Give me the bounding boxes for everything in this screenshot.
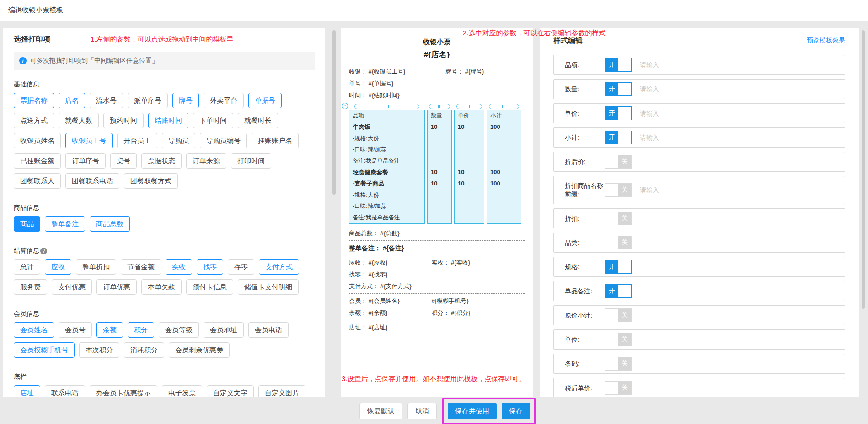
column-drag-pill-icon[interactable] — [429, 104, 450, 109]
cancel-button[interactable]: 取消 — [407, 403, 437, 419]
print-item-tag[interactable]: 团餐取餐方式 — [124, 173, 178, 189]
print-item-tag[interactable]: 余额 — [96, 322, 123, 338]
receipt-store-name[interactable]: #{店名} — [349, 49, 525, 60]
style-prefix-input[interactable] — [639, 85, 776, 93]
print-item-tag[interactable]: 电子发票 — [162, 385, 202, 397]
print-item-tag[interactable]: 积分 — [128, 322, 154, 338]
save-and-use-button[interactable]: 保存并使用 — [448, 403, 497, 419]
style-toggle[interactable]: 开 — [605, 58, 632, 72]
style-toggle[interactable]: 关 — [605, 155, 632, 169]
column-drag-pill-icon[interactable] — [456, 104, 482, 109]
print-item-tag[interactable]: 店址 — [14, 385, 40, 397]
print-item-tag[interactable]: 导购员编号 — [200, 133, 247, 148]
print-item-tag[interactable]: 派单序号 — [128, 93, 168, 108]
print-item-tag[interactable]: 单据号 — [248, 93, 282, 108]
receipt-column[interactable]: 品项牛肉饭-规格:大份-口味:辣/加蒜备注:我是单品备注轻食健康套餐-套餐子商品… — [349, 110, 425, 224]
print-item-tag[interactable]: 会员等级 — [159, 322, 199, 338]
right-scrollbar-thumb[interactable] — [862, 30, 865, 309]
receipt-line[interactable]: 找零： #{找零} — [349, 269, 525, 281]
help-icon[interactable]: ? — [40, 248, 47, 254]
style-toggle[interactable]: 开 — [605, 260, 632, 274]
receipt-line[interactable]: 整单备注： #{备注} — [349, 242, 525, 254]
print-item-tag[interactable]: 存零 — [228, 259, 254, 275]
style-toggle[interactable]: 关 — [605, 381, 632, 395]
receipt-line[interactable]: 余额： #{余额}积分： #{积分} — [349, 307, 525, 319]
print-item-tag[interactable]: 找零 — [197, 259, 223, 275]
print-item-tag[interactable]: 本单欠款 — [141, 279, 182, 295]
drag-handle-icon[interactable]: ⁘ — [342, 103, 348, 109]
print-item-tag[interactable]: 打印时间 — [231, 153, 271, 169]
print-item-tag[interactable]: 订单序号 — [65, 153, 106, 169]
print-item-tag[interactable]: 商品 — [14, 216, 40, 232]
print-item-tag[interactable]: 已挂账金额 — [14, 153, 61, 169]
print-item-tag[interactable]: 收银员工号 — [65, 133, 113, 148]
receipt-column[interactable]: 数量101010 — [427, 110, 452, 224]
print-item-tag[interactable]: 票据状态 — [141, 153, 182, 169]
print-item-tag[interactable]: 会员姓名 — [14, 322, 54, 338]
print-item-tag[interactable]: 会员模糊手机号 — [14, 342, 75, 358]
print-item-tag[interactable]: 办会员卡优惠提示 — [90, 385, 157, 397]
print-item-tag[interactable]: 联系电话 — [45, 385, 85, 397]
style-toggle[interactable]: 关 — [605, 357, 632, 371]
print-item-tag[interactable]: 收银员姓名 — [14, 133, 61, 148]
column-drag-pill-icon[interactable] — [489, 104, 519, 109]
receipt-column[interactable]: 单价101010 — [454, 110, 484, 224]
print-item-tag[interactable]: 流水号 — [90, 93, 123, 108]
print-item-tag[interactable]: 点送方式 — [14, 113, 54, 128]
print-item-tag[interactable]: 应收 — [45, 259, 71, 275]
print-item-tag[interactable]: 导购员 — [162, 133, 195, 148]
print-item-tag[interactable]: 总计 — [14, 259, 40, 275]
print-item-tag[interactable]: 节省金额 — [121, 259, 161, 275]
print-item-tag[interactable]: 桌号 — [110, 153, 137, 169]
print-item-tag[interactable]: 牌号 — [172, 93, 199, 108]
print-item-tag[interactable]: 票据名称 — [14, 93, 54, 108]
print-item-tag[interactable]: 下单时间 — [193, 113, 233, 128]
style-toggle[interactable]: 关 — [605, 236, 632, 249]
print-item-tag[interactable]: 支付方式 — [259, 259, 299, 275]
style-toggle[interactable]: 开 — [605, 106, 632, 120]
print-item-tag[interactable]: 实收 — [166, 259, 192, 275]
style-toggle[interactable]: 开 — [605, 82, 632, 96]
print-item-tag[interactable]: 会员剩余优惠券 — [169, 342, 230, 358]
restore-default-button[interactable]: 恢复默认 — [359, 403, 402, 419]
print-item-tag[interactable]: 团餐联系电话 — [65, 173, 119, 189]
style-toggle[interactable]: 关 — [605, 212, 632, 225]
receipt-line[interactable]: 收银： #{收银员工号}牌号： #{牌号} — [349, 66, 525, 78]
print-item-tag[interactable]: 会员地址 — [204, 322, 244, 338]
receipt-line[interactable]: 时间： #{结账时间} — [349, 90, 525, 101]
receipt-line[interactable]: 支付方式： #{支付方式} — [349, 281, 525, 292]
style-toggle[interactable]: 关 — [605, 333, 632, 346]
preview-template-link[interactable]: 预览模板效果 — [807, 37, 845, 45]
print-item-tag[interactable]: 开台员工 — [117, 133, 157, 148]
receipt-column[interactable]: 小计100100100 — [487, 110, 521, 224]
print-item-tag[interactable]: 挂账账户名 — [252, 133, 299, 148]
receipt-line[interactable]: 商品总数： #{总数} — [349, 228, 525, 239]
print-item-tag[interactable]: 商品总数 — [90, 216, 130, 232]
column-drag-pill-icon[interactable] — [354, 104, 420, 109]
print-item-tag[interactable]: 储值卡支付明细 — [238, 279, 299, 295]
receipt-line[interactable]: 应收： #{应收}实收： #{实收} — [349, 257, 525, 269]
print-item-tag[interactable]: 就餐时长 — [238, 113, 278, 128]
print-item-tag[interactable]: 自定义文字 — [207, 385, 254, 397]
print-item-tag[interactable]: 店名 — [59, 93, 85, 108]
print-item-tag[interactable]: 整单备注 — [45, 216, 85, 232]
print-item-tag[interactable]: 预付卡信息 — [186, 279, 233, 295]
receipt-line[interactable]: 店址： #{店址} — [349, 322, 525, 334]
style-prefix-input[interactable] — [639, 133, 776, 142]
style-toggle[interactable]: 开 — [605, 131, 632, 144]
print-item-tag[interactable]: 预约时间 — [103, 113, 144, 128]
print-item-tag[interactable]: 消耗积分 — [124, 342, 164, 358]
print-item-tag[interactable]: 服务费 — [14, 279, 47, 295]
left-scrollbar-thumb[interactable] — [332, 30, 336, 195]
print-item-tag[interactable]: 就餐人数 — [59, 113, 99, 128]
print-item-tag[interactable]: 会员号 — [59, 322, 92, 338]
print-item-tag[interactable]: 整单折扣 — [76, 259, 116, 275]
print-item-tag[interactable]: 会员电话 — [248, 322, 289, 338]
receipt-line[interactable]: 会员： #{会员姓名}#{模糊手机号} — [349, 295, 525, 307]
print-item-tag[interactable]: 团餐联系人 — [14, 173, 61, 189]
save-button[interactable]: 保存 — [502, 403, 530, 419]
print-item-tag[interactable]: 结账时间 — [148, 113, 188, 128]
print-item-tag[interactable]: 自定义图片 — [258, 385, 305, 397]
print-item-tag[interactable]: 订单优惠 — [96, 279, 137, 295]
style-toggle[interactable]: 开 — [605, 284, 632, 298]
